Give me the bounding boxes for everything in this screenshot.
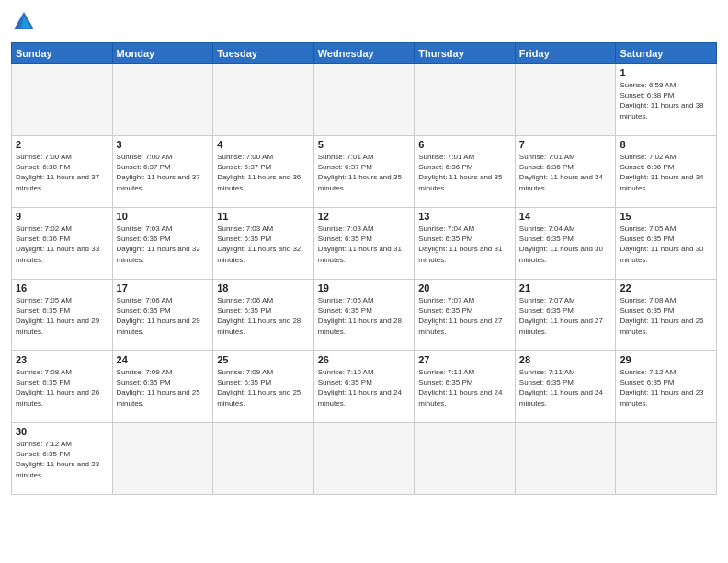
day-number: 17 [117,282,210,293]
table-row [616,423,717,495]
day-info: Sunrise: 7:09 AMSunset: 6:35 PMDaylight:… [117,367,210,408]
calendar-row: 9Sunrise: 7:02 AMSunset: 6:36 PMDaylight… [12,208,717,280]
page: SundayMondayTuesdayWednesdayThursdayFrid… [0,0,728,563]
day-number: 4 [217,139,310,150]
table-row: 7Sunrise: 7:01 AMSunset: 6:36 PMDaylight… [515,136,616,208]
day-info: Sunrise: 7:06 AMSunset: 6:35 PMDaylight:… [217,295,310,337]
day-info: Sunrise: 7:00 AMSunset: 6:38 PMDaylight:… [16,152,108,193]
day-info: Sunrise: 7:06 AMSunset: 6:35 PMDaylight:… [117,295,210,337]
table-row: 28Sunrise: 7:11 AMSunset: 6:35 PMDayligh… [515,351,616,423]
day-info: Sunrise: 7:01 AMSunset: 6:36 PMDaylight:… [418,152,511,193]
table-row: 17Sunrise: 7:06 AMSunset: 6:35 PMDayligh… [112,280,213,351]
day-info: Sunrise: 7:01 AMSunset: 6:36 PMDaylight:… [519,152,612,193]
table-row: 26Sunrise: 7:10 AMSunset: 6:35 PMDayligh… [313,351,415,423]
day-number: 20 [418,282,511,293]
day-info: Sunrise: 7:09 AMSunset: 6:35 PMDaylight:… [217,367,310,408]
day-info: Sunrise: 7:00 AMSunset: 6:37 PMDaylight:… [117,152,210,193]
table-row: 21Sunrise: 7:07 AMSunset: 6:35 PMDayligh… [515,280,616,351]
weekday-header-row: SundayMondayTuesdayWednesdayThursdayFrid… [12,43,717,64]
table-row [112,423,213,495]
day-number: 9 [16,211,108,222]
calendar-row: 23Sunrise: 7:08 AMSunset: 6:35 PMDayligh… [12,351,717,423]
table-row: 5Sunrise: 7:01 AMSunset: 6:37 PMDaylight… [313,136,415,208]
day-number: 2 [16,139,108,150]
day-number: 18 [217,282,310,293]
day-info: Sunrise: 7:12 AMSunset: 6:35 PMDaylight:… [620,367,712,408]
table-row: 23Sunrise: 7:08 AMSunset: 6:35 PMDayligh… [12,351,113,423]
day-info: Sunrise: 7:08 AMSunset: 6:35 PMDaylight:… [16,367,108,408]
table-row: 24Sunrise: 7:09 AMSunset: 6:35 PMDayligh… [112,351,213,423]
day-number: 16 [16,282,108,293]
day-number: 28 [519,354,612,365]
day-number: 6 [418,139,511,150]
weekday-friday: Friday [515,43,616,64]
weekday-sunday: Sunday [12,43,113,64]
day-number: 29 [620,354,712,365]
day-info: Sunrise: 7:07 AMSunset: 6:35 PMDaylight:… [418,295,511,337]
day-number: 23 [16,354,108,365]
table-row: 11Sunrise: 7:03 AMSunset: 6:35 PMDayligh… [213,208,314,280]
day-info: Sunrise: 7:11 AMSunset: 6:35 PMDaylight:… [418,367,511,408]
day-number: 21 [519,282,612,293]
table-row: 4Sunrise: 7:00 AMSunset: 6:37 PMDaylight… [213,136,314,208]
table-row: 10Sunrise: 7:03 AMSunset: 6:36 PMDayligh… [112,208,213,280]
table-row: 18Sunrise: 7:06 AMSunset: 6:35 PMDayligh… [213,280,314,351]
calendar-row: 2Sunrise: 7:00 AMSunset: 6:38 PMDaylight… [12,136,717,208]
weekday-monday: Monday [112,43,213,64]
day-number: 1 [620,67,712,78]
day-info: Sunrise: 7:08 AMSunset: 6:35 PMDaylight:… [620,295,712,337]
day-info: Sunrise: 7:05 AMSunset: 6:35 PMDaylight:… [620,224,712,265]
table-row: 6Sunrise: 7:01 AMSunset: 6:36 PMDaylight… [415,136,516,208]
table-row: 2Sunrise: 7:00 AMSunset: 6:38 PMDaylight… [12,136,113,208]
table-row [313,423,415,495]
table-row: 15Sunrise: 7:05 AMSunset: 6:35 PMDayligh… [616,208,717,280]
day-number: 19 [318,282,411,293]
day-number: 3 [117,139,210,150]
weekday-thursday: Thursday [415,43,516,64]
table-row: 13Sunrise: 7:04 AMSunset: 6:35 PMDayligh… [415,208,516,280]
table-row: 22Sunrise: 7:08 AMSunset: 6:35 PMDayligh… [616,280,717,351]
day-info: Sunrise: 7:04 AMSunset: 6:35 PMDaylight:… [519,224,612,265]
day-info: Sunrise: 7:02 AMSunset: 6:36 PMDaylight:… [16,224,108,265]
day-number: 5 [318,139,411,150]
day-info: Sunrise: 7:11 AMSunset: 6:35 PMDaylight:… [519,367,612,408]
day-number: 13 [418,211,511,222]
day-number: 26 [318,354,411,365]
day-number: 10 [117,211,210,222]
day-info: Sunrise: 7:02 AMSunset: 6:36 PMDaylight:… [620,152,712,193]
weekday-saturday: Saturday [616,43,717,64]
table-row: 8Sunrise: 7:02 AMSunset: 6:36 PMDaylight… [616,136,717,208]
weekday-tuesday: Tuesday [213,43,314,64]
table-row: 27Sunrise: 7:11 AMSunset: 6:35 PMDayligh… [415,351,516,423]
table-row [415,423,516,495]
day-info: Sunrise: 6:59 AMSunset: 6:38 PMDaylight:… [620,80,712,121]
table-row: 1Sunrise: 6:59 AMSunset: 6:38 PMDaylight… [616,64,717,136]
day-number: 27 [418,354,511,365]
table-row: 30Sunrise: 7:12 AMSunset: 6:35 PMDayligh… [12,423,113,495]
calendar-row: 1Sunrise: 6:59 AMSunset: 6:38 PMDaylight… [12,64,717,136]
day-number: 25 [217,354,310,365]
day-info: Sunrise: 7:03 AMSunset: 6:35 PMDaylight:… [217,224,310,265]
table-row: 20Sunrise: 7:07 AMSunset: 6:35 PMDayligh… [415,280,516,351]
logo-icon [11,9,37,35]
table-row: 16Sunrise: 7:05 AMSunset: 6:35 PMDayligh… [12,280,113,351]
table-row: 12Sunrise: 7:03 AMSunset: 6:35 PMDayligh… [313,208,415,280]
table-row [313,64,415,136]
calendar-row: 16Sunrise: 7:05 AMSunset: 6:35 PMDayligh… [12,280,717,351]
day-number: 12 [318,211,411,222]
table-row: 3Sunrise: 7:00 AMSunset: 6:37 PMDaylight… [112,136,213,208]
header [11,9,717,35]
table-row: 9Sunrise: 7:02 AMSunset: 6:36 PMDaylight… [12,208,113,280]
table-row [415,64,516,136]
table-row: 19Sunrise: 7:06 AMSunset: 6:35 PMDayligh… [313,280,415,351]
table-row [213,64,314,136]
day-info: Sunrise: 7:03 AMSunset: 6:36 PMDaylight:… [117,224,210,265]
day-number: 30 [16,426,108,437]
table-row: 14Sunrise: 7:04 AMSunset: 6:35 PMDayligh… [515,208,616,280]
day-info: Sunrise: 7:05 AMSunset: 6:35 PMDaylight:… [16,295,108,337]
table-row [515,64,616,136]
day-info: Sunrise: 7:01 AMSunset: 6:37 PMDaylight:… [318,152,411,193]
day-info: Sunrise: 7:06 AMSunset: 6:35 PMDaylight:… [318,295,411,337]
day-number: 14 [519,211,612,222]
day-number: 24 [117,354,210,365]
